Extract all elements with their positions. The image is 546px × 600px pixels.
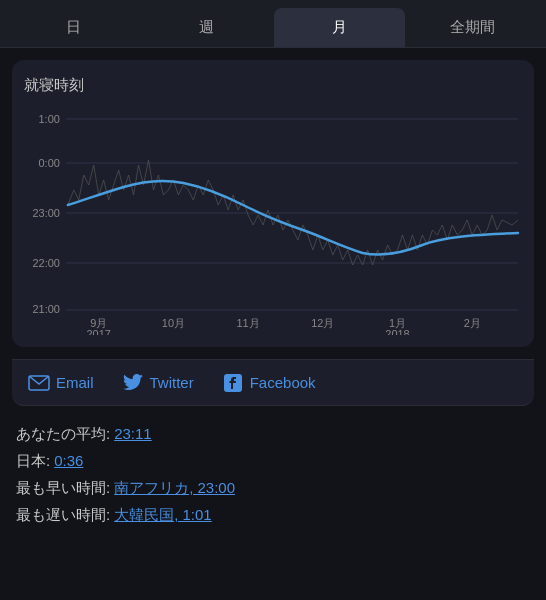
share-twitter-button[interactable]: Twitter bbox=[122, 374, 194, 391]
tab-month[interactable]: 月 bbox=[274, 8, 405, 47]
facebook-icon bbox=[222, 375, 244, 391]
japan-label: 日本: bbox=[16, 447, 50, 474]
chart-container: 1:00 0:00 23:00 22:00 21:00 9月 2017 10月 … bbox=[24, 105, 522, 335]
stats-section: あなたの平均: 23:11 日本: 0:36 最も早い時間: 南アフリカ, 23… bbox=[0, 406, 546, 542]
svg-text:22:00: 22:00 bbox=[32, 257, 59, 269]
tabs-container: 日 週 月 全期間 bbox=[0, 0, 546, 48]
latest-label: 最も遅い時間: bbox=[16, 501, 110, 528]
svg-text:0:00: 0:00 bbox=[39, 157, 60, 169]
svg-text:1:00: 1:00 bbox=[39, 113, 60, 125]
twitter-icon bbox=[122, 375, 144, 391]
svg-text:10月: 10月 bbox=[162, 317, 185, 329]
share-email-label: Email bbox=[56, 374, 94, 391]
svg-text:11月: 11月 bbox=[237, 317, 260, 329]
svg-text:12月: 12月 bbox=[311, 317, 334, 329]
tab-all[interactable]: 全期間 bbox=[407, 8, 538, 47]
earliest-value[interactable]: 南アフリカ, 23:00 bbox=[114, 474, 235, 501]
svg-text:21:00: 21:00 bbox=[32, 303, 59, 315]
share-email-button[interactable]: Email bbox=[28, 374, 94, 391]
chart-title: 就寝時刻 bbox=[24, 76, 522, 95]
your-avg-label: あなたの平均: bbox=[16, 420, 110, 447]
chart-section: 就寝時刻 1:00 0:00 23:00 22:00 21:00 9月 2017… bbox=[12, 60, 534, 347]
stat-japan: 日本: 0:36 bbox=[16, 447, 530, 474]
stat-latest: 最も遅い時間: 大韓民国, 1:01 bbox=[16, 501, 530, 528]
share-facebook-button[interactable]: Facebook bbox=[222, 374, 316, 391]
japan-value[interactable]: 0:36 bbox=[54, 447, 83, 474]
share-row: Email Twitter Facebook bbox=[12, 359, 534, 406]
earliest-label: 最も早い時間: bbox=[16, 474, 110, 501]
svg-text:2月: 2月 bbox=[464, 317, 481, 329]
stat-your-avg: あなたの平均: 23:11 bbox=[16, 420, 530, 447]
svg-text:2017: 2017 bbox=[87, 328, 111, 335]
share-twitter-label: Twitter bbox=[150, 374, 194, 391]
latest-value[interactable]: 大韓民国, 1:01 bbox=[114, 501, 212, 528]
svg-text:23:00: 23:00 bbox=[32, 207, 59, 219]
svg-text:2018: 2018 bbox=[385, 328, 409, 335]
stat-earliest: 最も早い時間: 南アフリカ, 23:00 bbox=[16, 474, 530, 501]
share-facebook-label: Facebook bbox=[250, 374, 316, 391]
tab-week[interactable]: 週 bbox=[141, 8, 272, 47]
your-avg-value[interactable]: 23:11 bbox=[114, 420, 152, 447]
email-icon bbox=[28, 375, 50, 391]
chart-svg: 1:00 0:00 23:00 22:00 21:00 9月 2017 10月 … bbox=[24, 105, 522, 335]
tab-day[interactable]: 日 bbox=[8, 8, 139, 47]
